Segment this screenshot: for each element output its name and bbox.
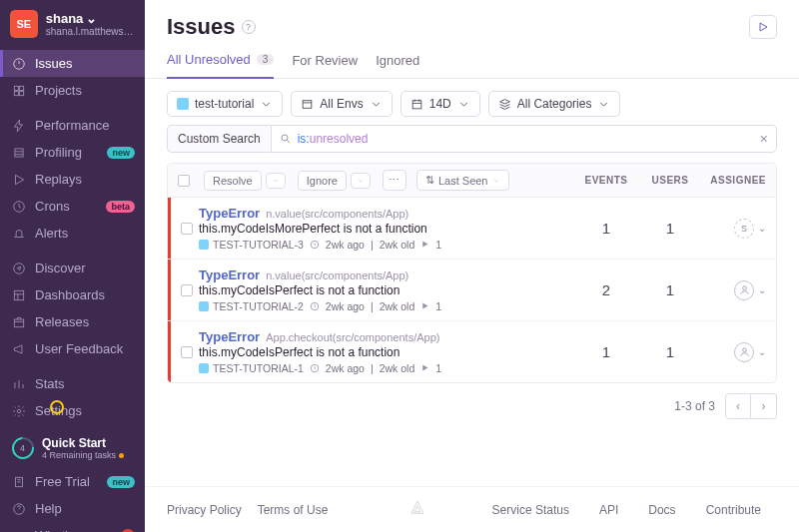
svg-rect-14 [304,100,313,108]
assign-button[interactable] [734,280,754,300]
nav-performance[interactable]: Performance [0,112,145,139]
nav-label: Replays [35,172,82,187]
users-count[interactable]: 1 [640,281,700,298]
issue-row: TypeError App.checkout(src/components/Ap… [168,321,776,382]
nav-alerts[interactable]: Alerts [0,220,145,247]
nav-releases[interactable]: Releases [0,308,145,335]
row-checkbox[interactable] [181,346,193,358]
chevron-down-icon [597,98,610,111]
chevron-down-icon[interactable]: ⌄ [758,223,766,234]
beta-badge: beta [106,201,135,213]
org-switcher[interactable]: SE shana⌄ shana.l.matthews@... [0,0,145,46]
nav-help[interactable]: Help [0,495,145,522]
nav-settings[interactable]: Settings [0,397,145,424]
nav-label: Alerts [35,226,68,241]
issue-title-link[interactable]: TypeError [199,206,260,221]
nav-feedback[interactable]: User Feedback [0,335,145,362]
nav-crons[interactable]: Crons beta [0,193,145,220]
clock-icon [310,240,320,250]
nav-whatsnew[interactable]: What's new 1 [0,522,145,532]
clock-icon [310,301,320,311]
issue-env[interactable]: TEST-TUTORIAL-2 [199,300,304,312]
info-icon[interactable]: ? [242,20,256,34]
row-checkbox[interactable] [181,223,193,235]
suggested-assignee-avatar[interactable]: S [734,219,754,239]
nav-stats[interactable]: Stats [0,370,145,397]
footer-terms[interactable]: Terms of Use [258,503,329,517]
tab-review[interactable]: For Review [292,48,358,78]
issue-env[interactable]: TEST-TUTORIAL-3 [199,239,304,251]
compass-icon [12,262,26,275]
svg-rect-5 [15,148,23,156]
tab-ignored[interactable]: Ignored [376,48,419,78]
select-all-checkbox[interactable] [178,175,190,187]
nav-label: Releases [35,314,89,329]
issue-age-old: 2wk old [380,239,415,251]
issue-row: TypeError n.value(src/components/App) th… [168,198,776,260]
row-checkbox[interactable] [181,284,193,296]
ignore-more-button[interactable] [351,173,371,189]
severity-indicator [168,260,171,320]
replay-icon [420,239,429,251]
nav-freetrial[interactable]: Free Trial new [0,468,145,495]
clear-search-icon[interactable]: × [760,131,768,147]
nav-replays[interactable]: Replays [0,166,145,193]
project-filter[interactable]: test-tutorial [167,91,283,117]
users-count[interactable]: 1 [640,343,700,360]
issue-env[interactable]: TEST-TUTORIAL-1 [199,362,304,374]
tab-unresolved[interactable]: All Unresolved 3 [167,48,274,79]
issue-title-link[interactable]: TypeError [199,329,260,344]
chevron-down-icon[interactable]: ⌄ [758,284,766,295]
resolve-button[interactable]: Resolve [204,171,262,191]
nav-projects[interactable]: Projects [0,77,145,104]
nav-label: Profiling [35,145,82,160]
svg-rect-9 [14,319,23,327]
chevron-down-icon[interactable]: ⌄ [758,346,766,357]
footer-docs[interactable]: Docs [648,503,675,517]
ignore-button[interactable]: Ignore [298,171,347,191]
assign-button[interactable] [734,342,754,362]
time-filter[interactable]: 14D [400,91,480,117]
events-count[interactable]: 1 [576,343,636,360]
prev-page-button[interactable]: ‹ [725,393,751,419]
issue-age-old: 2wk old [380,362,415,374]
nav-profiling[interactable]: Profiling new [0,139,145,166]
profiling-icon [12,146,26,160]
footer-privacy[interactable]: Privacy Policy [167,503,242,517]
page-range: 1-3 of 3 [674,399,715,413]
issue-title-link[interactable]: TypeError [199,267,260,282]
issue-location: n.value(src/components/App) [266,269,408,281]
tabs: All Unresolved 3 For Review Ignored [145,48,799,79]
users-count[interactable]: 1 [640,220,700,237]
nav-label: User Feedback [35,341,123,356]
issue-row: TypeError n.value(src/components/App) th… [168,260,776,321]
stack-icon [498,98,511,111]
footer-status[interactable]: Service Status [492,503,569,517]
nav-dashboards[interactable]: Dashboards [0,281,145,308]
svg-rect-2 [20,86,24,90]
search-input[interactable]: is:unresolved × [271,125,777,153]
nav-discover[interactable]: Discover [0,255,145,281]
env-filter[interactable]: All Envs [291,91,392,117]
category-filter[interactable]: All Categories [488,91,621,117]
quickstart[interactable]: 4 Quick Start 4 Remaining tasks [0,428,145,468]
footer-api[interactable]: API [599,503,618,517]
replay-count: 1 [435,300,441,312]
lightning-icon [12,119,26,133]
sort-button[interactable]: ⇅ Last Seen [416,170,509,191]
dashboard-icon [12,288,26,302]
events-count[interactable]: 1 [576,220,636,237]
issue-description: this.myCodeIsPerfect is not a function [199,283,572,297]
nav-issues[interactable]: Issues [0,50,145,77]
custom-search-label[interactable]: Custom Search [167,125,271,153]
tab-count: 3 [257,54,275,65]
next-page-button[interactable]: › [751,393,777,419]
issue-description: this.myCodeIsMorePerfect is not a functi… [199,222,572,236]
svg-rect-4 [20,91,24,95]
chevron-down-icon [457,98,470,111]
replay-onboarding-button[interactable] [749,15,777,39]
footer-contribute[interactable]: Contribute [706,503,761,517]
events-count[interactable]: 2 [576,281,636,298]
resolve-more-button[interactable] [266,173,286,189]
more-actions-button[interactable]: ⋯ [383,170,406,191]
